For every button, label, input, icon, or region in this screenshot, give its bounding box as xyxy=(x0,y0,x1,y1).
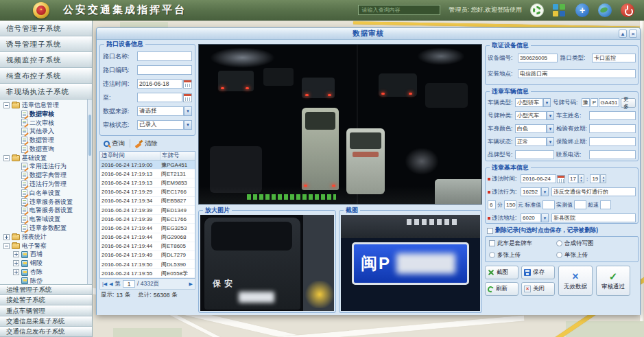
tree-item[interactable]: 其他录入 xyxy=(0,127,92,136)
invalid-data-button[interactable]: × 无效数据 xyxy=(558,266,593,296)
table-row[interactable]: 2016-06-24 17:19:29 闽EC1766 xyxy=(100,188,195,197)
dialog-titlebar[interactable]: 数据审核 ▴ × xyxy=(97,28,640,40)
behavior-code-select[interactable]: 16252 xyxy=(521,187,541,196)
tree-item[interactable]: 数据查询 xyxy=(0,145,92,154)
insurance-input[interactable] xyxy=(589,137,636,146)
tree-item[interactable]: 电子警察 xyxy=(0,242,92,251)
address-input[interactable]: 新县医院 xyxy=(551,213,636,222)
table-row[interactable]: 2016-06-24 17:19:39 闽ED1349 xyxy=(100,206,195,215)
tree-expander-icon[interactable] xyxy=(13,260,19,266)
hour-input[interactable]: 17 xyxy=(568,174,578,183)
crossing-code-input[interactable] xyxy=(137,65,192,75)
tree-item[interactable]: 数据审核 xyxy=(0,110,92,119)
table-row[interactable]: 2016-06-24 17:19:34 闽EB5827 xyxy=(100,197,195,206)
table-row[interactable]: 2016-06-24 17:19:44 闽G29068 xyxy=(100,233,195,242)
apps-grid-icon[interactable] xyxy=(553,4,567,16)
tree-item[interactable]: 基础设置 xyxy=(0,154,92,163)
minute-input[interactable]: 19 xyxy=(590,174,600,183)
tree-expander-icon[interactable] xyxy=(13,251,19,257)
tree-item[interactable]: 数据管理 xyxy=(0,136,92,145)
fine-input[interactable]: 150 xyxy=(504,200,516,209)
tree-item[interactable]: 白名单设置 xyxy=(0,189,92,198)
tree-expander-icon[interactable] xyxy=(3,234,10,240)
delete-record-checkbox[interactable] xyxy=(487,228,493,234)
tree-item[interactable]: 常用违法行为 xyxy=(0,163,92,172)
sidebar-section-button[interactable]: 交通信息采集子系统 xyxy=(0,316,92,327)
sidebar-section-button[interactable]: 信号管理子系统 xyxy=(0,21,92,36)
chevron-down-icon[interactable]: ▼ xyxy=(543,98,551,107)
sidebar-section-button[interactable]: 非现场执法子系统 xyxy=(0,84,92,100)
tree-item[interactable]: 电警域设置 xyxy=(0,215,92,224)
sidebar-section-button[interactable]: 交通信息发布子系统 xyxy=(0,327,92,337)
tree-item[interactable]: 数据字典管理 xyxy=(0,171,92,180)
more-button[interactable]: 更多 xyxy=(621,98,636,108)
tree-item[interactable]: 违法行为管理 xyxy=(0,180,92,189)
tree-item[interactable]: 违章参数配置 xyxy=(0,224,92,233)
tree-item[interactable]: 电警服务器设置 xyxy=(0,207,92,216)
tree-item[interactable]: 西埔 xyxy=(0,251,92,259)
tree-item[interactable]: 违章服务器设置 xyxy=(0,198,92,207)
plate-kind-select[interactable]: 小型汽车 xyxy=(515,111,547,120)
fake-plate-checkbox[interactable] xyxy=(489,240,495,246)
plate-province-input[interactable]: 豫 xyxy=(582,98,590,107)
overspeed-input[interactable] xyxy=(600,200,611,209)
tree-item[interactable]: 违章信息管理 xyxy=(0,101,92,110)
measured-input[interactable] xyxy=(574,200,586,209)
calendar-icon[interactable] xyxy=(183,80,192,89)
table-row[interactable]: 2016-06-24 17:19:13 闽ET2131 xyxy=(100,170,195,178)
behavior-desc-input[interactable]: 违反交通信号灯通行的 xyxy=(551,187,636,196)
table-row[interactable]: 2016-06-24 17:19:55 闽E0558学 xyxy=(100,269,195,278)
tree-expander-icon[interactable] xyxy=(3,155,10,161)
tree-item[interactable]: 杏陈 xyxy=(0,268,92,277)
tree-scrollbar[interactable] xyxy=(87,100,92,284)
page-input[interactable] xyxy=(123,280,135,288)
standard-input[interactable] xyxy=(542,200,555,209)
clear-button[interactable]: 清除 xyxy=(135,139,158,148)
chevron-down-icon[interactable]: ▼ xyxy=(541,187,549,196)
col-plate[interactable]: 车牌号 xyxy=(160,152,195,160)
tree-item[interactable]: 陈岱 xyxy=(0,277,92,285)
sidebar-section-button[interactable]: 接处警子系统 xyxy=(0,295,92,305)
sidebar-section-button[interactable]: 运维管理子系统 xyxy=(0,285,92,295)
close-button[interactable]: 关闭 xyxy=(521,282,555,296)
tree-expander-icon[interactable] xyxy=(3,243,10,249)
crossing-type-input[interactable]: 卡口监控 xyxy=(592,54,636,62)
multi-upload-radio[interactable] xyxy=(489,252,495,258)
power-icon[interactable] xyxy=(621,3,634,17)
tree-item[interactable]: 二次审核 xyxy=(0,119,92,128)
install-location-input[interactable]: 电信路口南 xyxy=(518,69,636,78)
chevron-down-icon[interactable]: ▼ xyxy=(547,111,554,120)
query-button[interactable]: 查询 xyxy=(104,139,125,148)
close-icon[interactable]: × xyxy=(629,30,637,38)
violation-time-input[interactable]: 2016-06-18 xyxy=(137,79,182,89)
save-button[interactable]: 保存 xyxy=(521,266,555,279)
owner-input[interactable] xyxy=(589,111,636,120)
table-row[interactable]: 2016-06-24 17:19:13 闽EM9853 xyxy=(100,178,195,187)
snapshot-button[interactable]: 截图 xyxy=(485,266,518,279)
chevron-down-icon[interactable]: ▼ xyxy=(541,213,549,222)
crossing-name-input[interactable] xyxy=(137,51,192,61)
chevron-down-icon[interactable]: ▼ xyxy=(184,106,192,116)
sidebar-section-button[interactable]: 诱导管理子系统 xyxy=(0,36,92,52)
table-row[interactable]: 2016-06-24 17:19:44 闽EG3253 xyxy=(100,224,195,233)
sidebar-section-button[interactable]: 重点车辆管理 xyxy=(0,305,92,316)
table-row[interactable]: 2016-06-24 17:19:50 闽DL5390 xyxy=(100,260,195,269)
prev-page-icon[interactable]: ◀ xyxy=(109,281,112,287)
chevron-down-icon[interactable]: ▼ xyxy=(547,137,554,146)
table-header[interactable]: 违章时间 车牌号 xyxy=(100,152,195,161)
data-source-select[interactable]: 请选择 xyxy=(137,106,184,116)
chevron-down-icon[interactable]: ▼ xyxy=(547,124,554,133)
brand-input[interactable] xyxy=(515,150,554,159)
col-violation-time[interactable]: 违章时间 xyxy=(100,152,160,160)
globe-icon[interactable] xyxy=(598,3,612,17)
device-no-input[interactable]: 350626005 xyxy=(518,54,558,62)
single-upload-radio[interactable] xyxy=(556,252,562,258)
points-input[interactable]: 6 xyxy=(488,200,496,209)
body-color-select[interactable]: 白色 xyxy=(515,124,547,133)
tree-expander-icon[interactable] xyxy=(13,269,19,275)
collapse-icon[interactable]: ▴ xyxy=(619,30,627,38)
add-icon[interactable]: + xyxy=(575,3,589,17)
phone-input[interactable] xyxy=(589,150,636,159)
violation-date-input[interactable]: 2016-06-24 xyxy=(521,174,556,183)
tree-item[interactable]: 铜陵 xyxy=(0,259,92,268)
